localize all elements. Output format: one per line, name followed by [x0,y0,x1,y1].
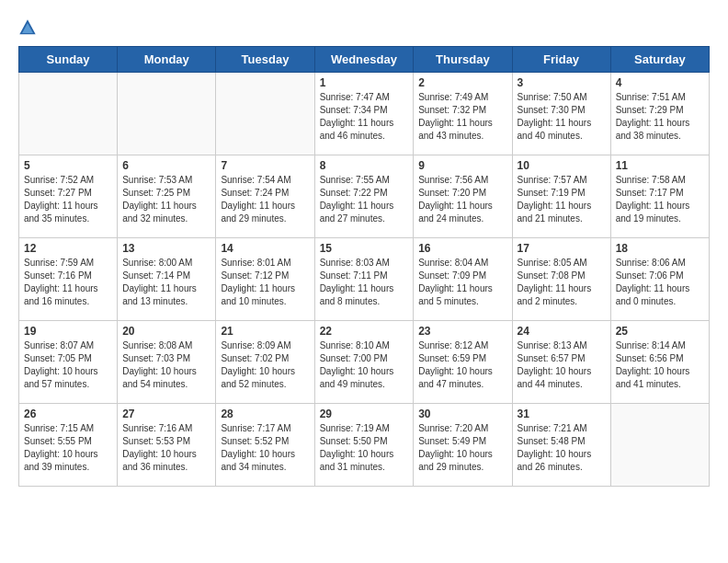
day-number: 28 [221,408,309,420]
day-info-line: Sunset: 7:11 PM [320,270,388,281]
calendar-cell: 14Sunrise: 8:01 AMSunset: 7:12 PMDayligh… [216,238,314,321]
day-header-monday: Monday [118,47,216,73]
day-info-line: Daylight: 11 hours and 38 minutes. [616,118,690,141]
day-info-line: Daylight: 10 hours and 54 minutes. [122,366,197,389]
day-info: Sunrise: 7:49 AMSunset: 7:32 PMDaylight:… [418,91,506,143]
day-info-line: Daylight: 10 hours and 44 minutes. [518,366,592,389]
day-number: 16 [418,242,506,255]
day-info: Sunrise: 8:14 AMSunset: 6:56 PMDaylight:… [616,339,704,391]
day-number: 27 [122,408,210,420]
day-number: 12 [24,242,112,255]
day-info-line: Sunset: 7:06 PM [616,270,684,281]
day-info-line: Sunrise: 8:13 AM [518,340,587,350]
calendar-cell: 18Sunrise: 8:06 AMSunset: 7:06 PMDayligh… [610,238,709,321]
day-info-line: Sunrise: 8:08 AM [122,340,192,350]
day-info-line: Daylight: 10 hours and 52 minutes. [221,366,295,389]
day-info: Sunrise: 8:09 AMSunset: 7:02 PMDaylight:… [221,339,309,391]
day-info: Sunrise: 8:08 AMSunset: 7:03 PMDaylight:… [122,339,210,391]
day-number: 4 [616,76,704,89]
day-info: Sunrise: 7:19 AMSunset: 5:50 PMDaylight:… [320,422,409,474]
day-number: 19 [24,325,112,338]
day-number: 30 [418,408,506,420]
day-info: Sunrise: 8:01 AMSunset: 7:12 PMDaylight:… [221,257,309,308]
day-info-line: Daylight: 10 hours and 47 minutes. [418,366,493,389]
day-number: 14 [221,242,309,255]
day-number: 5 [24,159,112,172]
day-info-line: Sunrise: 7:56 AM [418,175,488,185]
day-number: 9 [418,159,506,172]
day-info-line: Sunset: 7:22 PM [320,188,388,198]
day-info-line: Sunrise: 7:49 AM [418,92,488,102]
day-info: Sunrise: 7:21 AMSunset: 5:48 PMDaylight:… [518,422,606,474]
day-info-line: Sunset: 5:53 PM [122,436,190,446]
day-info-line: Sunset: 7:29 PM [616,105,684,115]
calendar-cell: 20Sunrise: 8:08 AMSunset: 7:03 PMDayligh… [118,321,216,404]
day-number: 23 [418,325,506,338]
day-info-line: Sunset: 7:14 PM [122,270,190,281]
calendar-cell: 4Sunrise: 7:51 AMSunset: 7:29 PMDaylight… [610,73,709,155]
calendar-cell: 30Sunrise: 7:20 AMSunset: 5:49 PMDayligh… [414,404,512,487]
day-info-line: Daylight: 11 hours and 29 minutes. [221,201,295,224]
day-number: 21 [221,325,309,338]
logo [18,18,40,37]
day-info: Sunrise: 8:13 AMSunset: 6:57 PMDaylight:… [518,339,606,391]
calendar-cell: 7Sunrise: 7:54 AMSunset: 7:24 PMDaylight… [216,155,314,238]
day-info-line: Sunset: 7:32 PM [418,105,486,115]
week-row-5: 26Sunrise: 7:15 AMSunset: 5:55 PMDayligh… [19,404,710,487]
day-info-line: Sunrise: 8:04 AM [418,258,488,268]
day-header-tuesday: Tuesday [216,47,314,73]
day-info-line: Sunset: 7:08 PM [518,270,586,281]
day-info-line: Sunrise: 7:55 AM [320,175,390,185]
day-info-line: Sunset: 7:05 PM [24,353,92,363]
day-info: Sunrise: 8:06 AMSunset: 7:06 PMDaylight:… [616,257,704,308]
day-number: 22 [320,325,409,338]
day-info: Sunrise: 8:03 AMSunset: 7:11 PMDaylight:… [320,257,409,308]
day-info-line: Daylight: 11 hours and 19 minutes. [616,201,690,224]
calendar-cell: 6Sunrise: 7:53 AMSunset: 7:25 PMDaylight… [118,155,216,238]
day-header-friday: Friday [512,47,610,73]
day-info: Sunrise: 7:20 AMSunset: 5:49 PMDaylight:… [418,422,506,474]
day-info-line: Daylight: 10 hours and 26 minutes. [518,449,592,472]
day-info: Sunrise: 8:04 AMSunset: 7:09 PMDaylight:… [418,257,506,308]
day-info-line: Sunset: 7:24 PM [221,188,289,198]
day-number: 11 [616,159,704,172]
calendar-cell: 11Sunrise: 7:58 AMSunset: 7:17 PMDayligh… [610,155,709,238]
day-info: Sunrise: 7:17 AMSunset: 5:52 PMDaylight:… [221,422,309,474]
day-number: 25 [616,325,704,338]
calendar-cell [19,73,118,155]
calendar-cell: 2Sunrise: 7:49 AMSunset: 7:32 PMDaylight… [414,73,512,155]
day-info-line: Sunset: 7:09 PM [418,270,486,281]
day-info-line: Sunrise: 7:20 AM [418,423,488,433]
day-info-line: Sunset: 7:19 PM [518,188,586,198]
day-info: Sunrise: 7:54 AMSunset: 7:24 PMDaylight:… [221,174,309,225]
day-info: Sunrise: 7:53 AMSunset: 7:25 PMDaylight:… [122,174,210,225]
calendar-cell: 27Sunrise: 7:16 AMSunset: 5:53 PMDayligh… [118,404,216,487]
day-number: 1 [320,76,409,89]
calendar-cell: 13Sunrise: 8:00 AMSunset: 7:14 PMDayligh… [118,238,216,321]
calendar-table: SundayMondayTuesdayWednesdayThursdayFrid… [18,46,710,487]
calendar-cell: 5Sunrise: 7:52 AMSunset: 7:27 PMDaylight… [19,155,118,238]
day-info-line: Daylight: 11 hours and 32 minutes. [122,201,197,224]
day-info-line: Sunrise: 7:57 AM [518,175,587,185]
calendar-cell [118,73,216,155]
day-header-sunday: Sunday [19,47,118,73]
day-info-line: Sunset: 5:49 PM [418,436,486,446]
day-number: 18 [616,242,704,255]
days-header-row: SundayMondayTuesdayWednesdayThursdayFrid… [19,47,710,73]
day-info-line: Daylight: 11 hours and 13 minutes. [122,283,197,306]
day-info-line: Sunset: 7:16 PM [24,270,92,281]
day-info-line: Daylight: 11 hours and 40 minutes. [518,118,592,141]
day-info-line: Sunset: 7:02 PM [221,353,289,363]
day-number: 26 [24,408,112,420]
day-info: Sunrise: 8:05 AMSunset: 7:08 PMDaylight:… [518,257,606,308]
day-info-line: Sunrise: 7:50 AM [518,92,587,102]
calendar-cell: 17Sunrise: 8:05 AMSunset: 7:08 PMDayligh… [512,238,610,321]
day-header-wednesday: Wednesday [314,47,414,73]
day-info-line: Sunset: 7:03 PM [122,353,190,363]
day-info-line: Sunset: 7:34 PM [320,105,388,115]
day-number: 24 [518,325,606,338]
week-row-3: 12Sunrise: 7:59 AMSunset: 7:16 PMDayligh… [19,238,710,321]
day-number: 31 [518,408,606,420]
calendar-cell: 19Sunrise: 8:07 AMSunset: 7:05 PMDayligh… [19,321,118,404]
day-info-line: Sunrise: 7:53 AM [122,175,192,185]
